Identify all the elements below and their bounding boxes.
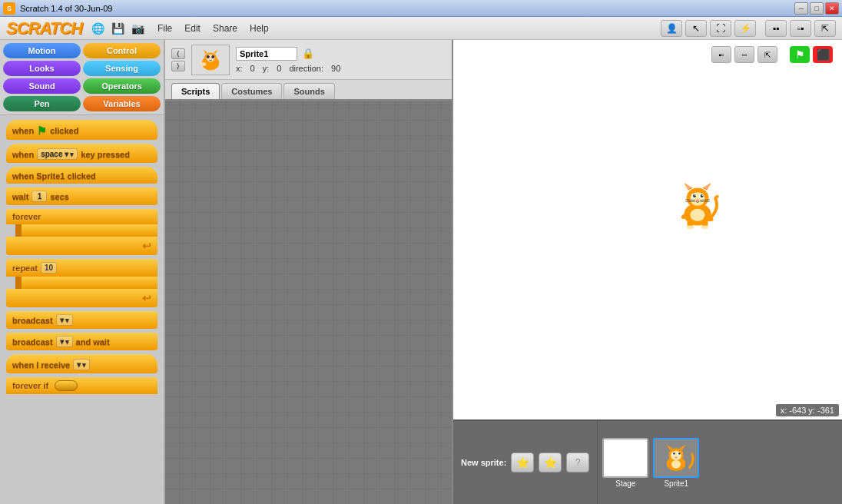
receive-dropdown[interactable]: ▾ <box>73 359 90 370</box>
broadcast-wait-block[interactable]: broadcast ▾ and wait <box>6 333 157 350</box>
help-menu[interactable]: Help <box>244 20 275 37</box>
variables-category[interactable]: Variables <box>83 96 161 111</box>
wait-block[interactable]: wait 1 secs <box>6 187 157 205</box>
when-receive-block[interactable]: when I receive ▾ <box>6 354 157 373</box>
sprite1-label: Sprite1 <box>664 479 688 488</box>
block-text: clicked <box>50 126 78 135</box>
sprite-nav-buttons: ⟨ ⟩ <box>171 48 185 71</box>
looks-category[interactable]: Looks <box>3 61 81 76</box>
categories: Motion Control Looks Sensing Sound Opera… <box>0 40 164 115</box>
repeat-block[interactable]: repeat 10 ↩ <box>6 259 157 307</box>
broadcast-wait-dropdown[interactable]: ▾ <box>56 336 73 347</box>
forever-block[interactable]: forever ↩ <box>6 209 157 255</box>
forever-top: forever <box>6 209 157 224</box>
block-text: broadcast <box>12 337 53 346</box>
toolbar-right: 👤 ↖ ⛶ ⚡ ▪▪ ▫▪ ⇱ <box>661 20 836 37</box>
script-canvas[interactable] <box>165 101 452 504</box>
tab-sounds[interactable]: Sounds <box>283 83 334 99</box>
sprite-details: 🔒 x: 0 y: 0 direction: 90 <box>236 47 446 73</box>
new-sprite-panel: New sprite: ⭐ ⭐ ? <box>453 421 598 504</box>
block-text: when Sprite1 clicked <box>12 171 96 181</box>
sound-category[interactable]: Sound <box>3 78 81 94</box>
fullscreen-button[interactable]: ⛶ <box>710 20 731 37</box>
svg-point-41 <box>678 453 681 455</box>
block-text: broadcast <box>12 316 53 325</box>
small-stage-button[interactable]: ▪▫ <box>711 46 731 63</box>
maximize-button[interactable]: □ <box>810 2 824 15</box>
scratch-logo: SCRATCH <box>6 18 82 38</box>
svg-point-26 <box>691 209 705 221</box>
fullscreen-stage-button[interactable]: ⇱ <box>757 46 777 63</box>
cursor-icon-button[interactable]: ↖ <box>685 20 707 37</box>
large-stage-button[interactable]: ▫▫ <box>734 46 754 63</box>
left-panel: Motion Control Looks Sensing Sound Opera… <box>0 40 165 504</box>
nav-up-button[interactable]: ⟨ <box>171 48 185 59</box>
edit-menu[interactable]: Edit <box>178 20 207 37</box>
motion-category[interactable]: Motion <box>3 43 81 58</box>
sprite-coords: x: 0 y: 0 direction: 90 <box>236 64 446 73</box>
nav-down-button[interactable]: ⟩ <box>171 61 185 71</box>
tab-costumes[interactable]: Costumes <box>221 83 282 99</box>
right-panel: ▪▫ ▫▫ ⇱ ⚑ ⬛ <box>453 40 842 504</box>
sensing-category[interactable]: Sensing <box>83 61 161 76</box>
sprite1-list-item[interactable]: Sprite1 <box>653 438 699 488</box>
bottom-bar: New sprite: ⭐ ⭐ ? Stage <box>453 419 842 504</box>
window-title: Scratch 1.4 of 30-Jun-09 <box>20 4 794 13</box>
operators-category[interactable]: Operators <box>83 78 161 94</box>
when-sprite-clicked-block[interactable]: when Sprite1 clicked <box>6 167 157 184</box>
when-flag-clicked-block[interactable]: when ⚑ clicked <box>6 120 157 140</box>
forever-if-block[interactable]: forever if <box>6 377 157 394</box>
photo-sprite-button[interactable]: ⭐ <box>539 453 562 472</box>
svg-point-19 <box>694 194 696 196</box>
turbo-button[interactable]: ⚡ <box>734 20 756 37</box>
key-dropdown[interactable]: space ▾ <box>37 148 78 160</box>
forever-bottom: ↩ <box>6 237 157 255</box>
wait-input[interactable]: 1 <box>31 191 47 202</box>
block-text: when <box>12 126 34 135</box>
random-sprite-button[interactable]: ? <box>566 453 589 472</box>
view-btn-1[interactable]: ▪▪ <box>765 20 787 37</box>
stage-thumbnail <box>602 438 648 478</box>
script-tabs: Scripts Costumes Sounds <box>165 80 452 101</box>
control-category[interactable]: Control <box>83 43 161 58</box>
sprite-preview <box>192 45 229 75</box>
y-label: y: <box>263 64 270 73</box>
globe-icon-button[interactable]: 🌐 <box>88 20 108 37</box>
sprite-name-input[interactable] <box>236 47 297 61</box>
svg-point-17 <box>693 194 696 197</box>
stage-label: Stage <box>615 479 635 488</box>
repeat-input[interactable]: 10 <box>41 262 57 274</box>
x-value: 0 <box>250 64 255 73</box>
when-key-pressed-block[interactable]: when space ▾ key pressed <box>6 144 157 163</box>
middle-panel: ⟨ ⟩ 🔒 <box>165 40 453 504</box>
broadcast-dropdown[interactable]: ▾ <box>56 314 73 326</box>
paint-sprite-button[interactable]: ⭐ <box>511 453 534 472</box>
share-menu[interactable]: Share <box>207 20 244 37</box>
forever-body <box>15 224 157 237</box>
svg-point-7 <box>200 62 206 66</box>
stage-list-item[interactable]: Stage <box>602 438 648 488</box>
stage-area: ▪▫ ▫▫ ⇱ ⚑ ⬛ <box>453 40 842 419</box>
stop-button[interactable]: ⬛ <box>813 46 833 63</box>
tab-scripts[interactable]: Scripts <box>171 83 220 99</box>
view-btn-3[interactable]: ⇱ <box>814 20 836 37</box>
pen-category[interactable]: Pen <box>3 96 81 111</box>
repeat-bottom: ↩ <box>6 289 157 307</box>
camera-icon-button[interactable]: 📷 <box>128 20 148 37</box>
minimize-button[interactable]: ─ <box>794 2 808 15</box>
broadcast-block[interactable]: broadcast ▾ <box>6 311 157 329</box>
block-text: and wait <box>76 337 110 346</box>
view-btn-2[interactable]: ▫▪ <box>790 20 811 37</box>
user-icon-button[interactable]: 👤 <box>661 20 682 37</box>
repeat-body <box>15 277 157 289</box>
file-menu[interactable]: File <box>151 20 178 37</box>
cat-svg <box>667 173 728 234</box>
close-button[interactable]: ✕ <box>825 2 839 15</box>
svg-point-42 <box>675 456 678 458</box>
svg-marker-2 <box>203 49 207 54</box>
svg-point-20 <box>702 194 704 196</box>
green-flag-button[interactable]: ⚑ <box>790 46 810 63</box>
save-icon-button[interactable]: 💾 <box>108 20 128 37</box>
svg-point-43 <box>671 460 681 468</box>
stage-top-controls: ▪▫ ▫▫ ⇱ ⚑ ⬛ <box>707 43 837 66</box>
